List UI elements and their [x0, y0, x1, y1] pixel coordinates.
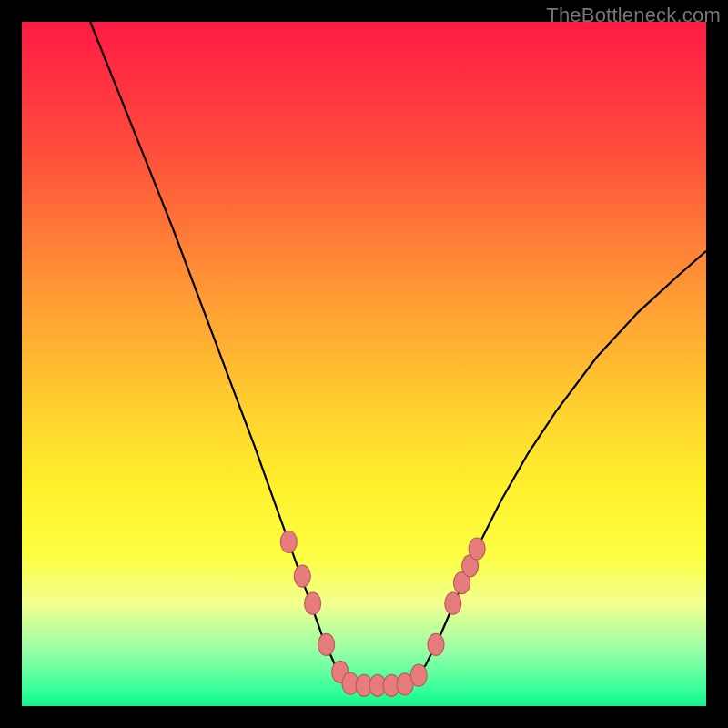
data-marker	[294, 565, 310, 587]
data-marker	[445, 592, 461, 614]
bottleneck-chart	[22, 22, 706, 706]
data-marker	[280, 531, 297, 553]
chart-stage: { "watermark": "TheBottleneck.com", "col…	[0, 0, 728, 728]
plot-area	[22, 22, 706, 706]
data-marker	[410, 664, 427, 686]
data-marker	[318, 633, 335, 655]
gradient-background	[22, 22, 706, 706]
data-marker	[305, 592, 321, 614]
data-marker	[469, 538, 485, 560]
data-marker	[428, 633, 444, 655]
watermark-text: TheBottleneck.com	[546, 4, 721, 27]
